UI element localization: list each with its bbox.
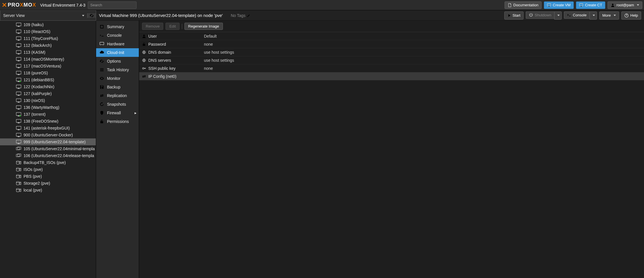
- grid-row[interactable]: Passwordnone: [139, 40, 644, 48]
- tree-item[interactable]: local (pve): [0, 187, 96, 194]
- row-key: DNS servers: [148, 58, 171, 63]
- tree-item-label: 117 (macOSVentura): [24, 64, 61, 68]
- create-vm-button[interactable]: Create VM: [544, 1, 574, 9]
- tree-item[interactable]: 111 (TinyCorePlus): [0, 35, 96, 42]
- tree-item[interactable]: 118 (pureOS): [0, 70, 96, 76]
- remove-button[interactable]: Remove: [142, 23, 163, 30]
- nav-console[interactable]: Console: [96, 31, 139, 40]
- tree-item[interactable]: 900 (UbuntuServer-Docker): [0, 132, 96, 138]
- tree-item[interactable]: 141 (asterisk-freepbxGUI): [0, 125, 96, 132]
- logo-x-icon: ✕: [2, 1, 7, 9]
- tree-item[interactable]: 121 (debianBBS): [0, 76, 96, 83]
- tree-item[interactable]: 114 (macOSMonterey): [0, 56, 96, 63]
- grid-row[interactable]: DNS serversuse host settings: [139, 56, 644, 64]
- tree-item[interactable]: 112 (blackArch): [0, 42, 96, 49]
- tree-item-label: 105 (UbuntuServer22.04minimal-templa: [24, 146, 95, 151]
- tree-item[interactable]: 136 (WartyWarthog): [0, 104, 96, 111]
- nav-replication[interactable]: Replication: [96, 91, 139, 100]
- cloud-icon: [100, 50, 104, 55]
- main-area: 109 (haiku)110 (ReactOS)111 (TinyCorePlu…: [0, 21, 644, 278]
- console-button[interactable]: Console: [564, 11, 589, 19]
- version-label: Virtual Environment 7.4-3: [40, 3, 85, 7]
- tree-item-label: 118 (pureOS): [24, 71, 48, 75]
- grid-row[interactable]: DNS domainuse host settings: [139, 48, 644, 56]
- edit-button[interactable]: Edit: [166, 23, 179, 30]
- tree-item[interactable]: Backup4TB_ISOs (pve): [0, 159, 96, 166]
- user-icon: [142, 34, 146, 38]
- tree-item-label: 130 (nixOS): [24, 98, 45, 103]
- grid-row[interactable]: UserDefault: [139, 32, 644, 40]
- tree-item[interactable]: PBS (pve): [0, 173, 96, 180]
- proxmox-logo[interactable]: ✕ PROXMOX: [2, 1, 36, 9]
- regenerate-image-button[interactable]: Regenerate Image: [184, 23, 223, 30]
- tree-item-label: 999 (UbuntuServer22.04-template): [24, 140, 85, 144]
- tree-item[interactable]: 106 (UbuntuServer22.04release-templa: [0, 152, 96, 159]
- nav-snapshots[interactable]: Snapshots: [96, 100, 139, 109]
- grid-row[interactable]: SSH public keynone: [139, 64, 644, 72]
- tree-item[interactable]: 105 (UbuntuServer22.04minimal-templa: [0, 145, 96, 152]
- tree-item[interactable]: 138 (FreeDOSnew): [0, 118, 96, 125]
- globe-icon: [142, 58, 146, 62]
- vm-icon: [16, 36, 21, 40]
- tree-item[interactable]: 130 (nixOS): [0, 97, 96, 104]
- vm-icon: [16, 92, 21, 96]
- tree-item[interactable]: ISOs (pve): [0, 166, 96, 173]
- user-menu-button[interactable]: root@pam: [608, 1, 642, 9]
- tree-item[interactable]: 999 (UbuntuServer22.04-template): [0, 138, 96, 145]
- nav-cloud-init[interactable]: Cloud-Init: [96, 48, 139, 57]
- monitor-icon: [579, 3, 583, 7]
- nav-backup[interactable]: Backup: [96, 83, 139, 91]
- tree-item[interactable]: 137 (torrent): [0, 111, 96, 118]
- nav-monitor[interactable]: Monitor: [96, 74, 139, 83]
- nav-task-history[interactable]: Task History: [96, 65, 139, 74]
- vm-icon: [16, 64, 21, 68]
- grid-row[interactable]: IP Config (net0): [139, 72, 644, 80]
- nav-firewall[interactable]: Firewall▸: [96, 109, 139, 117]
- tags-button[interactable]: No Tags: [231, 13, 250, 18]
- replication-icon: [100, 93, 104, 98]
- row-value: use host settings: [202, 58, 644, 63]
- start-button[interactable]: Start: [504, 11, 524, 20]
- nav-label: Hardware: [107, 42, 124, 46]
- tree-item-label: 113 (KASM): [24, 50, 45, 55]
- resource-tree[interactable]: 109 (haiku)110 (ReactOS)111 (TinyCorePlu…: [0, 21, 96, 278]
- more-button[interactable]: More: [599, 11, 619, 20]
- nav-options[interactable]: Options: [96, 57, 139, 65]
- vm-icon: [16, 126, 21, 130]
- create-ct-button[interactable]: Create CT: [576, 1, 605, 9]
- row-value: none: [202, 42, 644, 47]
- tree-item[interactable]: Storage2 (pve): [0, 180, 96, 187]
- shutdown-dropdown[interactable]: [554, 11, 562, 20]
- tree-settings-button[interactable]: [87, 13, 96, 18]
- template-icon: [16, 154, 21, 158]
- tree-item[interactable]: 110 (ReactOS): [0, 28, 96, 35]
- server-view-select[interactable]: Server View: [0, 13, 87, 18]
- nav-summary[interactable]: Summary: [96, 22, 139, 31]
- nav-label: Firewall: [107, 111, 121, 115]
- nav-hardware[interactable]: Hardware: [96, 40, 139, 48]
- gear-icon: [100, 59, 104, 63]
- nav-label: Task History: [107, 67, 129, 72]
- documentation-button[interactable]: Documentation: [505, 1, 542, 9]
- unlock-icon: [100, 119, 104, 124]
- cloud-init-grid: UserDefaultPasswordnoneDNS domainuse hos…: [139, 32, 644, 278]
- chevron-down-icon: [614, 15, 616, 16]
- tree-item-label: 109 (haiku): [24, 22, 44, 27]
- tree-item[interactable]: 122 (KodachiNix): [0, 83, 96, 90]
- nav-permissions[interactable]: Permissions: [96, 117, 139, 126]
- top-bar: ✕ PROXMOX Virtual Environment 7.4-3 Docu…: [0, 0, 644, 10]
- shutdown-button[interactable]: Shutdown: [526, 11, 554, 19]
- tree-item[interactable]: 117 (macOSVentura): [0, 63, 96, 70]
- help-button[interactable]: Help: [621, 11, 641, 20]
- tree-item[interactable]: 113 (KASM): [0, 49, 96, 56]
- console-button-group: Console: [564, 11, 597, 20]
- tree-item[interactable]: 127 (kaliPurple): [0, 90, 96, 97]
- tree-item-label: 112 (blackArch): [24, 43, 52, 48]
- console-dropdown[interactable]: [589, 11, 597, 20]
- vm-side-nav: SummaryConsoleHardwareCloud-InitOptionsT…: [96, 21, 139, 278]
- storage-icon: [16, 167, 21, 171]
- row-key: DNS domain: [148, 50, 171, 55]
- tree-item[interactable]: 109 (haiku): [0, 21, 96, 28]
- tree-item-label: 121 (debianBBS): [24, 78, 54, 82]
- search-input[interactable]: [88, 1, 137, 9]
